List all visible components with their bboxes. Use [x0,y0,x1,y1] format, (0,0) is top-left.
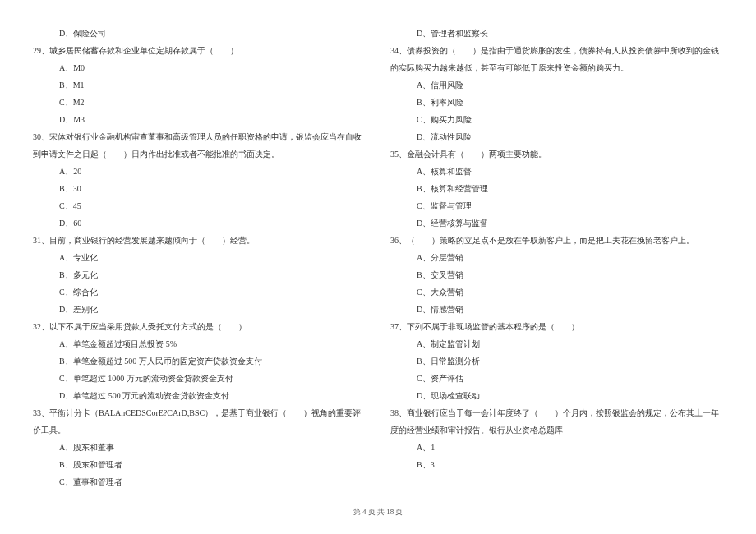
q36-option-c: C、大众营销 [390,283,723,301]
q38-option-b: B、3 [390,456,723,473]
q32-option-a: A、单笔金额超过项目总投资 5% [33,335,366,352]
q36-option-b: B、交叉营销 [390,266,723,283]
q31-option-a: A、专业化 [33,249,366,266]
q32-option-b: B、单笔金额超过 500 万人民币的固定资产贷款资金支付 [33,352,366,370]
q36-option-d: D、情感营销 [390,301,723,318]
q34-option-d: D、流动性风险 [390,128,723,145]
q31-text: 31、目前，商业银行的经营发展越来越倾向于（ ）经营。 [33,232,366,249]
q34-option-c: C、购买力风险 [390,111,723,128]
q37-text: 37、下列不属于非现场监管的基本程序的是（ ） [390,318,723,335]
q37-option-c: C、资产评估 [390,370,723,387]
q33-option-b: B、股东和管理者 [33,456,366,473]
q31-option-d: D、差别化 [33,301,366,318]
q30-option-c: C、45 [33,197,366,214]
q33-text: 33、平衡计分卡（BALAnCEDSCorE?CArD,BSC），是基于商业银行… [33,404,366,439]
q29-option-b: B、M1 [33,76,366,94]
q31-option-c: C、综合化 [33,283,366,301]
q35-option-d: D、经营核算与监督 [390,214,723,232]
page-footer: 第 4 页 共 18 页 [0,507,756,518]
q33-option-c: C、董事和管理者 [33,473,366,490]
q35-option-b: B、核算和经营管理 [390,180,723,197]
q35-option-a: A、核算和监督 [390,163,723,180]
q30-text: 30、宋体对银行业金融机构审查董事和高级管理人员的任职资格的申请，银监会应当在自… [33,128,366,163]
q30-option-a: A、20 [33,163,366,180]
q29-option-a: A、M0 [33,59,366,76]
q28-option-d: D、保险公司 [33,25,366,42]
right-column: D、管理者和监察长 34、债券投资的（ ）是指由于通货膨胀的发生，债券持有人从投… [390,25,723,485]
q35-text: 35、金融会计具有（ ）两项主要功能。 [390,145,723,163]
q36-text: 36、（ ）策略的立足点不是放在争取新客户上，而是把工夫花在挽留老客户上。 [390,232,723,249]
q37-option-b: B、日常监测分析 [390,352,723,370]
q29-option-c: C、M2 [33,94,366,111]
q31-option-b: B、多元化 [33,266,366,283]
q37-option-a: A、制定监管计划 [390,335,723,352]
q34-option-b: B、利率风险 [390,94,723,111]
q33-option-d: D、管理者和监察长 [390,25,723,42]
content-columns: D、保险公司 29、城乡居民储蓄存款和企业单位定期存款属于（ ） A、M0 B、… [33,25,723,485]
q30-option-b: B、30 [33,180,366,197]
q38-text: 38、商业银行应当于每一会计年度终了（ ）个月内，按照银监会的规定，公布其上一年… [390,404,723,439]
q38-option-a: A、1 [390,439,723,456]
q32-option-c: C、单笔超过 1000 万元的流动资金贷款资金支付 [33,370,366,387]
left-column: D、保险公司 29、城乡居民储蓄存款和企业单位定期存款属于（ ） A、M0 B、… [33,25,366,485]
q32-text: 32、以下不属于应当采用贷款人受托支付方式的是（ ） [33,318,366,335]
q37-option-d: D、现场检查联动 [390,387,723,404]
q34-option-a: A、信用风险 [390,76,723,94]
q29-text: 29、城乡居民储蓄存款和企业单位定期存款属于（ ） [33,42,366,59]
q33-option-a: A、股东和董事 [33,439,366,456]
q36-option-a: A、分层营销 [390,249,723,266]
q30-option-d: D、60 [33,214,366,232]
q35-option-c: C、监督与管理 [390,197,723,214]
q34-text: 34、债券投资的（ ）是指由于通货膨胀的发生，债券持有人从投资债券中所收到的金钱… [390,42,723,76]
q32-option-d: D、单笔超过 500 万元的流动资金贷款资金支付 [33,387,366,404]
q29-option-d: D、M3 [33,111,366,128]
